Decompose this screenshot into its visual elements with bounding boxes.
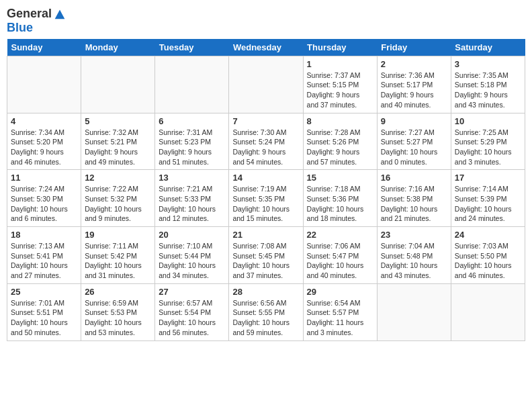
day-number: 23 <box>381 230 447 240</box>
calendar-cell: 21Sunrise: 7:08 AMSunset: 5:45 PMDayligh… <box>229 227 303 284</box>
calendar-cell: 15Sunrise: 7:18 AMSunset: 5:36 PMDayligh… <box>303 170 377 227</box>
day-number: 16 <box>381 173 447 183</box>
logo-blue: Blue <box>7 21 33 34</box>
day-info: Sunrise: 7:24 AMSunset: 5:30 PMDaylight:… <box>11 184 77 224</box>
calendar-week-row: 25Sunrise: 7:01 AMSunset: 5:51 PMDayligh… <box>7 283 525 340</box>
logo: General Blue <box>7 7 67 35</box>
calendar-week-row: 11Sunrise: 7:24 AMSunset: 5:30 PMDayligh… <box>7 170 525 227</box>
calendar-cell: 4Sunrise: 7:34 AMSunset: 5:20 PMDaylight… <box>7 113 81 170</box>
calendar-cell: 18Sunrise: 7:13 AMSunset: 5:41 PMDayligh… <box>7 227 81 284</box>
calendar-cell: 20Sunrise: 7:10 AMSunset: 5:44 PMDayligh… <box>155 227 229 284</box>
day-info: Sunrise: 7:21 AMSunset: 5:33 PMDaylight:… <box>159 184 225 224</box>
calendar-cell <box>377 283 451 340</box>
day-info: Sunrise: 7:32 AMSunset: 5:21 PMDaylight:… <box>85 128 151 167</box>
calendar-cell <box>155 56 229 113</box>
day-number: 26 <box>85 287 151 297</box>
day-number: 20 <box>159 230 225 240</box>
day-info: Sunrise: 7:28 AMSunset: 5:26 PMDaylight:… <box>307 128 373 167</box>
day-info: Sunrise: 7:04 AMSunset: 5:48 PMDaylight:… <box>381 241 447 281</box>
calendar-cell <box>451 283 525 340</box>
day-info: Sunrise: 7:18 AMSunset: 5:36 PMDaylight:… <box>307 184 373 224</box>
calendar-cell: 28Sunrise: 6:56 AMSunset: 5:55 PMDayligh… <box>229 283 303 340</box>
calendar-cell: 7Sunrise: 7:30 AMSunset: 5:24 PMDaylight… <box>229 113 303 170</box>
day-of-week-header: Thursday <box>303 39 377 56</box>
calendar-cell: 25Sunrise: 7:01 AMSunset: 5:51 PMDayligh… <box>7 283 81 340</box>
calendar-cell: 6Sunrise: 7:31 AMSunset: 5:23 PMDaylight… <box>155 113 229 170</box>
calendar-week-row: 4Sunrise: 7:34 AMSunset: 5:20 PMDaylight… <box>7 113 525 170</box>
day-info: Sunrise: 7:34 AMSunset: 5:20 PMDaylight:… <box>11 128 77 167</box>
calendar-cell: 8Sunrise: 7:28 AMSunset: 5:26 PMDaylight… <box>303 113 377 170</box>
day-number: 8 <box>307 116 373 126</box>
calendar-cell: 3Sunrise: 7:35 AMSunset: 5:18 PMDaylight… <box>451 56 525 113</box>
calendar-cell: 23Sunrise: 7:04 AMSunset: 5:48 PMDayligh… <box>377 227 451 284</box>
day-info: Sunrise: 7:01 AMSunset: 5:51 PMDaylight:… <box>11 298 77 338</box>
day-number: 13 <box>159 173 225 183</box>
day-number: 7 <box>232 116 299 126</box>
calendar-table: SundayMondayTuesdayWednesdayThursdayFrid… <box>7 39 525 341</box>
calendar-cell <box>229 56 303 113</box>
day-info: Sunrise: 7:37 AMSunset: 5:15 PMDaylight:… <box>307 71 373 110</box>
calendar-cell: 27Sunrise: 6:57 AMSunset: 5:54 PMDayligh… <box>155 283 229 340</box>
day-number: 6 <box>159 116 225 126</box>
calendar-cell: 12Sunrise: 7:22 AMSunset: 5:32 PMDayligh… <box>81 170 155 227</box>
calendar-cell <box>7 56 81 113</box>
day-number: 28 <box>232 287 299 297</box>
day-number: 4 <box>11 116 77 126</box>
day-info: Sunrise: 7:25 AMSunset: 5:29 PMDaylight:… <box>455 128 521 167</box>
day-number: 11 <box>11 173 77 183</box>
day-number: 9 <box>381 116 447 126</box>
day-info: Sunrise: 7:06 AMSunset: 5:47 PMDaylight:… <box>307 241 373 281</box>
calendar-cell: 11Sunrise: 7:24 AMSunset: 5:30 PMDayligh… <box>7 170 81 227</box>
day-info: Sunrise: 7:11 AMSunset: 5:42 PMDaylight:… <box>85 241 151 281</box>
day-of-week-header: Friday <box>377 39 451 56</box>
day-info: Sunrise: 7:19 AMSunset: 5:35 PMDaylight:… <box>232 184 299 224</box>
day-number: 2 <box>381 59 447 69</box>
calendar-cell: 22Sunrise: 7:06 AMSunset: 5:47 PMDayligh… <box>303 227 377 284</box>
day-number: 22 <box>307 230 373 240</box>
calendar-cell <box>81 56 155 113</box>
day-number: 25 <box>11 287 77 297</box>
day-number: 10 <box>455 116 521 126</box>
day-number: 29 <box>307 287 373 297</box>
day-info: Sunrise: 7:14 AMSunset: 5:39 PMDaylight:… <box>455 184 521 224</box>
calendar-cell: 14Sunrise: 7:19 AMSunset: 5:35 PMDayligh… <box>229 170 303 227</box>
day-number: 24 <box>455 230 521 240</box>
day-of-week-header: Saturday <box>451 39 525 56</box>
svg-marker-0 <box>55 10 65 19</box>
day-info: Sunrise: 7:22 AMSunset: 5:32 PMDaylight:… <box>85 184 151 224</box>
day-info: Sunrise: 7:36 AMSunset: 5:17 PMDaylight:… <box>381 71 447 110</box>
day-info: Sunrise: 7:30 AMSunset: 5:24 PMDaylight:… <box>232 128 299 167</box>
day-number: 27 <box>159 287 225 297</box>
logo-general: General <box>7 7 52 21</box>
day-of-week-header: Wednesday <box>229 39 303 56</box>
day-of-week-header: Tuesday <box>155 39 229 56</box>
calendar-cell: 17Sunrise: 7:14 AMSunset: 5:39 PMDayligh… <box>451 170 525 227</box>
calendar-cell: 26Sunrise: 6:59 AMSunset: 5:53 PMDayligh… <box>81 283 155 340</box>
day-info: Sunrise: 7:31 AMSunset: 5:23 PMDaylight:… <box>159 128 225 167</box>
calendar-cell: 10Sunrise: 7:25 AMSunset: 5:29 PMDayligh… <box>451 113 525 170</box>
calendar-header-row: SundayMondayTuesdayWednesdayThursdayFrid… <box>7 39 525 56</box>
calendar-cell: 5Sunrise: 7:32 AMSunset: 5:21 PMDaylight… <box>81 113 155 170</box>
calendar-cell: 2Sunrise: 7:36 AMSunset: 5:17 PMDaylight… <box>377 56 451 113</box>
calendar-cell: 13Sunrise: 7:21 AMSunset: 5:33 PMDayligh… <box>155 170 229 227</box>
calendar-cell: 9Sunrise: 7:27 AMSunset: 5:27 PMDaylight… <box>377 113 451 170</box>
day-info: Sunrise: 7:35 AMSunset: 5:18 PMDaylight:… <box>455 71 521 110</box>
day-number: 5 <box>85 116 151 126</box>
day-info: Sunrise: 6:56 AMSunset: 5:55 PMDaylight:… <box>232 298 299 338</box>
calendar-cell: 24Sunrise: 7:03 AMSunset: 5:50 PMDayligh… <box>451 227 525 284</box>
day-number: 17 <box>455 173 521 183</box>
calendar-cell: 16Sunrise: 7:16 AMSunset: 5:38 PMDayligh… <box>377 170 451 227</box>
day-info: Sunrise: 6:59 AMSunset: 5:53 PMDaylight:… <box>85 298 151 338</box>
day-info: Sunrise: 6:57 AMSunset: 5:54 PMDaylight:… <box>159 298 225 338</box>
day-number: 1 <box>307 59 373 69</box>
day-of-week-header: Sunday <box>7 39 81 56</box>
logo-icon <box>52 7 67 21</box>
calendar-cell: 1Sunrise: 7:37 AMSunset: 5:15 PMDaylight… <box>303 56 377 113</box>
day-info: Sunrise: 7:16 AMSunset: 5:38 PMDaylight:… <box>381 184 447 224</box>
logo-wordmark: General Blue <box>7 7 67 35</box>
calendar-week-row: 18Sunrise: 7:13 AMSunset: 5:41 PMDayligh… <box>7 227 525 284</box>
day-info: Sunrise: 7:13 AMSunset: 5:41 PMDaylight:… <box>11 241 77 281</box>
day-number: 15 <box>307 173 373 183</box>
day-number: 19 <box>85 230 151 240</box>
day-number: 18 <box>11 230 77 240</box>
